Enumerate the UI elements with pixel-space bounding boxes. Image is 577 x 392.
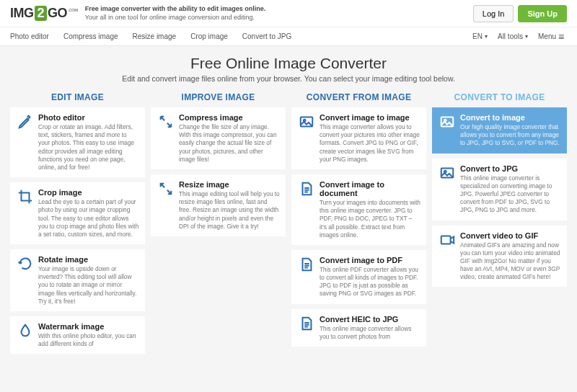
tool-card[interactable]: Convert to JPGThis online image converte…: [432, 159, 567, 220]
card-title: Compress image: [179, 113, 280, 122]
card-title: Watermark image: [38, 322, 139, 331]
crop-icon: [17, 188, 34, 205]
column-header: CONVERT TO IMAGE: [432, 89, 567, 107]
card-description: This online image converter allows you t…: [320, 325, 420, 341]
card-description: Animated GIFs are amazing and now you ca…: [460, 241, 561, 282]
tool-card[interactable]: Convert image to documentTurn your image…: [291, 174, 426, 245]
card-title: Crop image: [38, 188, 139, 197]
tool-card[interactable]: Convert image to PDFThis online PDF conv…: [291, 250, 426, 304]
image-icon: [439, 164, 456, 182]
header: IMG 2 GO .COM Free image converter with …: [0, 0, 577, 27]
card-title: Convert HEIC to JPG: [320, 315, 420, 324]
auth-buttons: Log In Sign Up: [473, 5, 567, 22]
tagline-line1: Free image converter with the ability to…: [85, 5, 266, 14]
card-description: Turn your images into documents with thi…: [320, 199, 420, 239]
nav-convert-to-jpg[interactable]: Convert to JPG: [242, 32, 291, 40]
menu-label: Menu: [538, 32, 556, 40]
language-label: EN: [472, 32, 483, 40]
tool-card[interactable]: Convert HEIC to JPGThis online image con…: [291, 309, 426, 347]
login-button[interactable]: Log In: [473, 5, 514, 22]
logo-text: IMG: [10, 6, 34, 21]
nav-resize-image[interactable]: Resize image: [133, 32, 177, 40]
card-description: This image editing tool will help you to…: [179, 190, 280, 231]
compress-icon: [157, 113, 175, 130]
tool-card[interactable]: Convert to imageOur high quality image c…: [432, 107, 567, 153]
column-header: EDIT IMAGE: [10, 89, 145, 107]
card-description: Our high quality image converter that al…: [460, 123, 561, 148]
doc-icon: [298, 180, 315, 197]
card-title: Convert image to PDF: [320, 256, 420, 264]
logo-text: GO: [48, 6, 67, 21]
pencil-icon: [17, 113, 34, 130]
card-description: This online image converter is specializ…: [460, 174, 561, 215]
image-icon: [439, 113, 456, 130]
tool-card[interactable]: Convert image to imageThis image convert…: [291, 107, 426, 169]
card-description: Crop or rotate an image. Add filters, te…: [38, 123, 139, 172]
logo-text: 2: [35, 6, 48, 21]
all-tools-label: All tools: [498, 32, 523, 40]
card-title: Convert video to GIF: [460, 231, 561, 240]
chevron-down-icon: ▾: [485, 33, 488, 40]
chevron-down-icon: ▾: [525, 33, 528, 40]
hero: Free Online Image Converter Edit and con…: [0, 46, 577, 89]
drop-icon: [17, 322, 34, 339]
language-selector[interactable]: EN▾: [472, 32, 488, 40]
nav-photo-editor[interactable]: Photo editor: [10, 32, 49, 40]
card-title: Convert to JPG: [460, 164, 561, 173]
nav-compress-image[interactable]: Compress image: [63, 32, 118, 40]
card-description: Your image is upside down or inverted? T…: [38, 265, 139, 306]
tool-card[interactable]: Photo editorCrop or rotate an image. Add…: [10, 107, 145, 177]
tagline: Free image converter with the ability to…: [85, 5, 266, 22]
tool-card[interactable]: Compress imageChange the file size of an…: [151, 107, 286, 169]
tool-card[interactable]: Convert video to GIFAnimated GIFs are am…: [432, 226, 567, 288]
tool-columns: EDIT IMAGEPhoto editorCrop or rotate an …: [0, 89, 577, 359]
card-title: Convert image to document: [320, 180, 420, 197]
tagline-line2: Your all in one tool for online image co…: [85, 14, 266, 22]
resize-icon: [157, 180, 175, 197]
page-subtitle: Edit and convert image files online from…: [0, 74, 577, 83]
image-icon: [298, 113, 315, 130]
signup-button[interactable]: Sign Up: [518, 5, 567, 22]
card-title: Resize image: [179, 180, 280, 189]
card-description: This image converter allows you to conve…: [320, 123, 420, 164]
menu-toggle[interactable]: Menu: [538, 32, 567, 40]
card-title: Rotate image: [38, 255, 139, 264]
card-description: Lead the eye to a certain part of your p…: [38, 198, 139, 239]
rotate-icon: [17, 255, 34, 272]
doc-icon: [298, 256, 315, 273]
tool-card[interactable]: Resize imageThis image editing tool will…: [151, 174, 286, 236]
card-description: With this online photo editor, you can a…: [38, 332, 139, 348]
card-title: Photo editor: [38, 113, 139, 122]
hamburger-icon: [558, 34, 567, 40]
card-title: Convert to image: [460, 113, 561, 122]
nav-bar: Photo editor Compress image Resize image…: [0, 27, 577, 46]
card-description: Change the file size of any image. With …: [179, 123, 280, 164]
column-header: IMPROVE IMAGE: [151, 89, 286, 107]
page-title: Free Online Image Converter: [0, 55, 577, 72]
card-title: Convert image to image: [320, 113, 420, 122]
column-header: CONVERT FROM IMAGE: [291, 89, 426, 107]
card-description: This online PDF converter allows you to …: [320, 266, 420, 298]
logo-text: .COM: [68, 8, 78, 12]
tool-card[interactable]: Crop imageLead the eye to a certain part…: [10, 182, 145, 244]
all-tools-menu[interactable]: All tools ▾: [498, 32, 528, 40]
tool-card[interactable]: Watermark imageWith this online photo ed…: [10, 316, 145, 354]
logo[interactable]: IMG 2 GO .COM: [10, 6, 78, 21]
nav-crop-image[interactable]: Crop image: [190, 32, 228, 40]
nav-right: EN▾ All tools ▾ Menu: [472, 32, 567, 40]
doc-icon: [298, 315, 315, 332]
video-icon: [439, 231, 456, 249]
tool-card[interactable]: Rotate imageYour image is upside down or…: [10, 249, 145, 311]
